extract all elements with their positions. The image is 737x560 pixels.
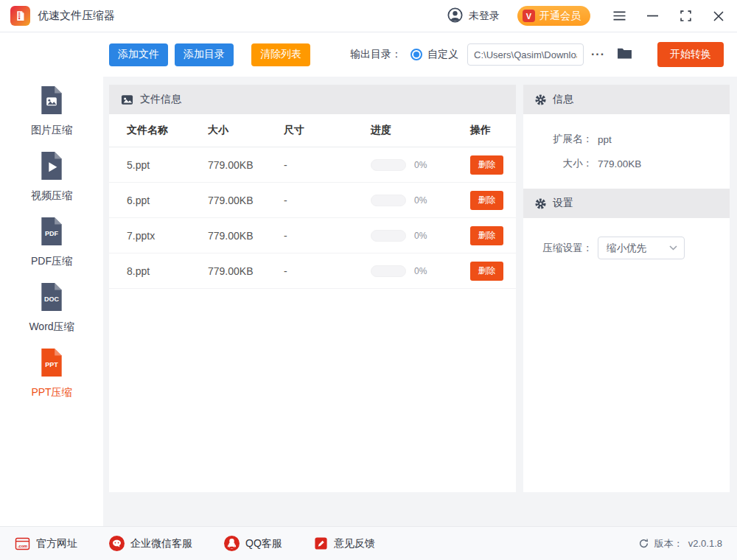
main-region: 图片压缩 视频压缩 PDF PDF压缩 <box>0 32 737 526</box>
info-section-title: 信息 <box>553 93 573 106</box>
sidebar-item-word-compress[interactable]: DOC Word压缩 <box>0 282 103 334</box>
progress-cell: 0% <box>371 230 470 242</box>
file-size: 779.00KB <box>208 159 284 171</box>
compression-setting-select[interactable]: 缩小优先 <box>598 237 685 259</box>
progress-percent: 0% <box>414 195 427 206</box>
file-name: 7.pptx <box>127 230 208 242</box>
pdf-badge-text: PDF <box>45 230 58 237</box>
feedback-link[interactable]: 意见反馈 <box>314 536 375 550</box>
file-size: 779.00KB <box>208 265 284 277</box>
settings-section-body: 压缩设置： 缩小优先 <box>523 218 730 278</box>
sidebar-item-label: PDF压缩 <box>0 255 103 268</box>
col-header-dimension: 尺寸 <box>284 124 371 137</box>
delete-button[interactable]: 删除 <box>470 262 503 281</box>
app-title: 优速文件压缩器 <box>38 9 115 23</box>
feedback-label: 意见反馈 <box>334 537 375 550</box>
close-button[interactable] <box>712 10 725 23</box>
window-controls <box>612 10 725 23</box>
progress-bar <box>371 159 406 171</box>
progress-percent: 0% <box>414 266 427 276</box>
compression-setting-label: 压缩设置： <box>523 242 593 255</box>
minimize-button[interactable] <box>646 10 659 23</box>
output-path-input[interactable] <box>467 43 584 66</box>
gear-icon <box>535 198 546 209</box>
doc-badge-text: DOC <box>44 295 59 303</box>
qq-icon <box>224 536 240 551</box>
progress-bar <box>371 230 406 242</box>
doc-file-icon: DOC <box>39 282 64 312</box>
vip-button-label: 开通会员 <box>539 10 581 23</box>
sidebar-item-image-compress[interactable]: 图片压缩 <box>0 85 103 137</box>
col-header-progress: 进度 <box>371 124 470 137</box>
table-row: 6.ppt 779.00KB - 0% 删除 <box>109 183 516 218</box>
file-name: 5.ppt <box>127 159 208 171</box>
update-icon <box>638 538 649 549</box>
progress-cell: 0% <box>371 195 470 206</box>
progress-bar <box>371 195 406 206</box>
wecom-support-label: 企业微信客服 <box>130 537 192 550</box>
file-panel-header: 文件信息 <box>109 85 516 114</box>
table-row: 7.pptx 779.00KB - 0% 删除 <box>109 218 516 253</box>
info-settings-panel: 信息 扩展名： ppt 大小： 779.00KB <box>523 85 730 492</box>
footer-bar: .com 官方网址 企业微信客服 QQ客服 <box>0 526 737 560</box>
table-row: 5.ppt 779.00KB - 0% 删除 <box>109 147 516 183</box>
progress-bar <box>371 265 406 277</box>
delete-button[interactable]: 删除 <box>470 226 503 245</box>
sidebar: 图片压缩 视频压缩 PDF PDF压缩 <box>0 32 103 526</box>
info-section-header: 信息 <box>523 85 730 114</box>
qq-support-link[interactable]: QQ客服 <box>224 536 282 551</box>
wecom-icon <box>109 536 125 551</box>
custom-output-radio[interactable] <box>411 49 422 60</box>
menu-button[interactable] <box>612 10 626 23</box>
maximize-button[interactable] <box>679 10 692 23</box>
toolbar: 添加文件 添加目录 清除列表 输出目录： 自定义 开始转换 <box>103 32 737 77</box>
gear-icon <box>535 94 546 105</box>
workspace: 添加文件 添加目录 清除列表 输出目录： 自定义 开始转换 <box>103 32 737 526</box>
browse-more-button[interactable] <box>587 48 609 61</box>
ppt-badge-text: PPT <box>45 361 58 368</box>
sidebar-item-pdf-compress[interactable]: PDF PDF压缩 <box>0 217 103 268</box>
file-name: 8.ppt <box>127 265 208 277</box>
titlebar: 优速文件压缩器 未登录 V 开通会员 <box>0 0 737 32</box>
add-directory-button[interactable]: 添加目录 <box>175 43 234 66</box>
website-icon: .com <box>15 537 30 550</box>
progress-percent: 0% <box>414 231 427 241</box>
delete-button[interactable]: 删除 <box>470 155 503 175</box>
login-status-button[interactable]: 未登录 <box>447 7 500 25</box>
size-label: 大小： <box>523 157 593 170</box>
info-section-body: 扩展名： ppt 大小： 779.00KB <box>523 114 730 189</box>
settings-section-header: 设置 <box>523 189 730 218</box>
file-info-icon <box>121 94 133 106</box>
official-site-link[interactable]: .com 官方网址 <box>15 537 77 550</box>
svg-text:.com: .com <box>18 543 27 547</box>
file-list-panel: 文件信息 文件名称 大小 尺寸 进度 操作 5.ppt 779.00KB - <box>109 85 516 492</box>
table-row: 8.ppt 779.00KB - 0% 删除 <box>109 253 516 289</box>
size-value: 779.00KB <box>598 158 641 169</box>
sidebar-item-label: 图片压缩 <box>0 124 103 137</box>
extension-value: ppt <box>598 134 612 145</box>
file-size: 779.00KB <box>208 230 284 242</box>
pdf-file-icon: PDF <box>39 217 64 246</box>
vip-icon: V <box>523 10 535 22</box>
ppt-file-icon: PPT <box>39 348 64 377</box>
start-convert-button[interactable]: 开始转换 <box>657 42 724 67</box>
radio-dot <box>413 52 419 57</box>
delete-button[interactable]: 删除 <box>470 191 503 210</box>
official-site-label: 官方网址 <box>36 537 77 550</box>
add-file-button[interactable]: 添加文件 <box>109 43 168 66</box>
col-header-action: 操作 <box>470 124 516 137</box>
sidebar-item-video-compress[interactable]: 视频压缩 <box>0 151 103 203</box>
chevron-down-icon <box>669 245 677 251</box>
open-folder-button[interactable] <box>614 47 635 62</box>
sidebar-item-label: 视频压缩 <box>0 189 103 203</box>
compression-setting-row: 压缩设置： 缩小优先 <box>523 237 730 259</box>
open-vip-button[interactable]: V 开通会员 <box>517 6 590 26</box>
clear-list-button[interactable]: 清除列表 <box>251 43 310 66</box>
size-row: 大小： 779.00KB <box>523 157 730 170</box>
wecom-support-link[interactable]: 企业微信客服 <box>109 536 192 551</box>
file-name: 6.ppt <box>127 195 208 206</box>
file-dimension: - <box>284 265 371 277</box>
output-directory-group: 输出目录： 自定义 开始转换 <box>350 42 724 67</box>
sidebar-item-ppt-compress[interactable]: PPT PPT压缩 <box>0 348 103 399</box>
app-logo-icon <box>10 6 30 26</box>
